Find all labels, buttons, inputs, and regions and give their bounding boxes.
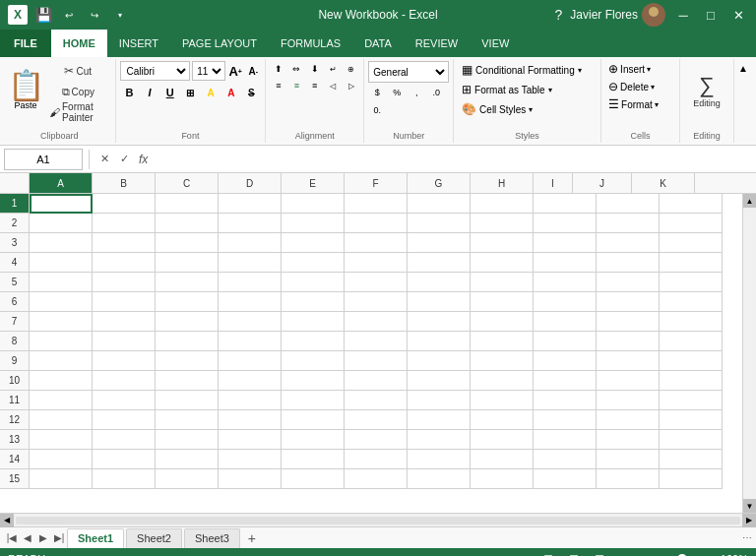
cell-I1[interactable] bbox=[534, 194, 597, 214]
col-header-B[interactable]: B bbox=[93, 173, 156, 193]
cell-H4[interactable] bbox=[471, 253, 534, 273]
cell-E4[interactable] bbox=[282, 253, 345, 273]
tab-home[interactable]: HOME bbox=[51, 30, 107, 57]
col-header-F[interactable]: F bbox=[345, 173, 408, 193]
cell-F15[interactable] bbox=[345, 469, 408, 489]
italic-button[interactable]: I bbox=[140, 83, 159, 102]
cell-I14[interactable] bbox=[534, 450, 597, 469]
cell-E6[interactable] bbox=[282, 292, 345, 312]
cell-A3[interactable] bbox=[30, 233, 93, 253]
cell-D7[interactable] bbox=[219, 312, 282, 332]
cell-J7[interactable] bbox=[597, 312, 660, 332]
cell-C7[interactable] bbox=[156, 312, 219, 332]
cell-G13[interactable] bbox=[408, 430, 471, 450]
cell-H5[interactable] bbox=[471, 273, 534, 292]
cell-G7[interactable] bbox=[408, 312, 471, 332]
cell-J13[interactable] bbox=[597, 430, 660, 450]
cell-J10[interactable] bbox=[597, 371, 660, 391]
decrease-indent-button[interactable]: ◁ bbox=[324, 78, 341, 93]
col-header-C[interactable]: C bbox=[156, 173, 219, 193]
cell-E1[interactable] bbox=[282, 194, 345, 214]
cell-B15[interactable] bbox=[93, 469, 156, 489]
row-header-7[interactable]: 7 bbox=[0, 312, 30, 332]
h-scroll-track[interactable] bbox=[16, 517, 740, 525]
cell-A7[interactable] bbox=[30, 312, 93, 332]
cut-button[interactable]: ✂ Cut bbox=[45, 61, 111, 81]
cell-J14[interactable] bbox=[597, 450, 660, 469]
cell-I12[interactable] bbox=[534, 410, 597, 430]
scroll-down-button[interactable]: ▼ bbox=[743, 499, 757, 513]
conditional-formatting-button[interactable]: ▦ Conditional Formatting ▾ bbox=[458, 61, 597, 79]
cell-C9[interactable] bbox=[156, 351, 219, 371]
cell-C2[interactable] bbox=[156, 214, 219, 233]
cell-D5[interactable] bbox=[219, 273, 282, 292]
wrap-text-button[interactable]: ↵ bbox=[324, 61, 341, 77]
cell-F9[interactable] bbox=[345, 351, 408, 371]
format-as-table-button[interactable]: ⊞ Format as Table ▾ bbox=[458, 81, 597, 98]
cell-F7[interactable] bbox=[345, 312, 408, 332]
cell-E3[interactable] bbox=[282, 233, 345, 253]
cell-A14[interactable] bbox=[30, 450, 93, 469]
cell-K2[interactable] bbox=[660, 214, 723, 233]
cell-C14[interactable] bbox=[156, 450, 219, 469]
cell-D10[interactable] bbox=[219, 371, 282, 391]
tab-page-layout[interactable]: PAGE LAYOUT bbox=[170, 30, 269, 57]
cell-I11[interactable] bbox=[534, 391, 597, 410]
cell-E7[interactable] bbox=[282, 312, 345, 332]
ribbon-collapse-button[interactable]: ▲ bbox=[736, 61, 750, 76]
add-sheet-button[interactable]: + bbox=[242, 528, 262, 548]
font-color-button[interactable]: A bbox=[221, 83, 241, 102]
cell-K11[interactable] bbox=[660, 391, 723, 410]
cell-J3[interactable] bbox=[597, 233, 660, 253]
merge-button[interactable]: ⊕ bbox=[343, 61, 359, 77]
cell-I3[interactable] bbox=[534, 233, 597, 253]
cell-C4[interactable] bbox=[156, 253, 219, 273]
cell-H1[interactable] bbox=[471, 194, 534, 214]
tab-nav-first[interactable]: |◀ bbox=[4, 530, 20, 546]
tab-nav-last[interactable]: ▶| bbox=[51, 530, 67, 546]
qat-undo[interactable]: ↩ bbox=[59, 5, 79, 25]
tab-insert[interactable]: INSERT bbox=[107, 30, 170, 57]
row-header-14[interactable]: 14 bbox=[0, 450, 30, 469]
cell-D11[interactable] bbox=[219, 391, 282, 410]
row-header-3[interactable]: 3 bbox=[0, 233, 30, 253]
cell-G12[interactable] bbox=[408, 410, 471, 430]
row-header-11[interactable]: 11 bbox=[0, 391, 30, 410]
cell-G5[interactable] bbox=[408, 273, 471, 292]
sheet-tab-sheet3[interactable]: Sheet3 bbox=[184, 528, 240, 548]
cell-C11[interactable] bbox=[156, 391, 219, 410]
increase-font-size-button[interactable]: A+ bbox=[227, 61, 243, 81]
align-middle-button[interactable]: ⇔ bbox=[288, 61, 305, 77]
cell-E14[interactable] bbox=[282, 450, 345, 469]
increase-decimal-button[interactable]: .0 bbox=[427, 85, 445, 100]
scroll-left-button[interactable]: ◀ bbox=[0, 514, 14, 527]
cell-J11[interactable] bbox=[597, 391, 660, 410]
cell-F1[interactable] bbox=[345, 194, 408, 214]
cell-G2[interactable] bbox=[408, 214, 471, 233]
cell-A9[interactable] bbox=[30, 351, 93, 371]
cell-K9[interactable] bbox=[660, 351, 723, 371]
row-header-10[interactable]: 10 bbox=[0, 371, 30, 391]
border-button[interactable]: ⊞ bbox=[181, 83, 201, 102]
cell-D6[interactable] bbox=[219, 292, 282, 312]
cell-G10[interactable] bbox=[408, 371, 471, 391]
cell-A6[interactable] bbox=[30, 292, 93, 312]
row-header-1[interactable]: 1 bbox=[0, 194, 30, 214]
percent-button[interactable]: % bbox=[388, 85, 406, 100]
fill-color-button[interactable]: A bbox=[201, 83, 220, 102]
cell-H7[interactable] bbox=[471, 312, 534, 332]
qat-redo[interactable]: ↪ bbox=[85, 5, 104, 25]
col-header-I[interactable]: I bbox=[534, 173, 573, 193]
cell-H6[interactable] bbox=[471, 292, 534, 312]
name-box[interactable] bbox=[4, 149, 83, 170]
qat-save[interactable]: 💾 bbox=[33, 5, 53, 25]
comma-button[interactable]: , bbox=[408, 85, 425, 100]
cell-G3[interactable] bbox=[408, 233, 471, 253]
cell-B5[interactable] bbox=[93, 273, 156, 292]
cell-I15[interactable] bbox=[534, 469, 597, 489]
cell-E8[interactable] bbox=[282, 332, 345, 351]
tab-review[interactable]: REVIEW bbox=[404, 30, 470, 57]
cell-J4[interactable] bbox=[597, 253, 660, 273]
tab-view[interactable]: VIEW bbox=[470, 30, 521, 57]
maximize-button[interactable]: □ bbox=[701, 5, 721, 25]
